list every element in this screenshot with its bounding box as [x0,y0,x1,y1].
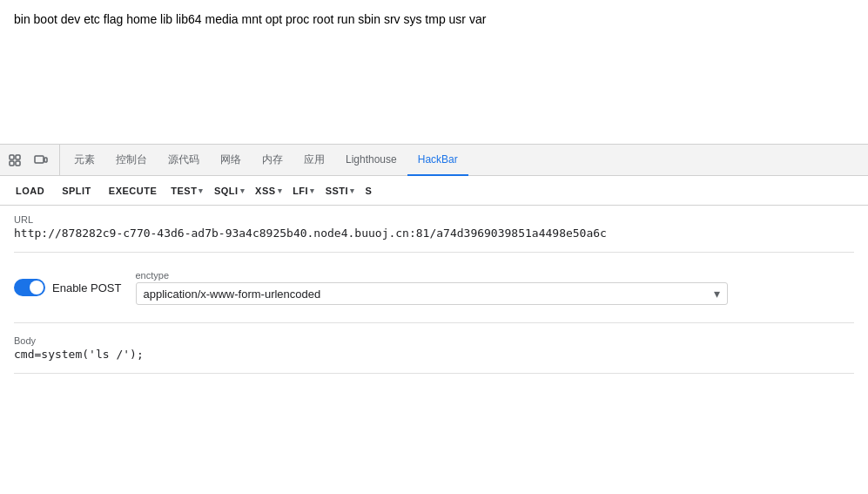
url-label: URL [14,214,854,225]
tab-application[interactable]: 应用 [293,145,335,176]
post-row: Enable POST enctype application/x-www-fo… [14,265,854,310]
tab-sources[interactable]: 源代码 [158,145,210,176]
tab-elements[interactable]: 元素 [64,145,105,176]
hackbar-content: URL http://878282c9-c770-43d6-ad7b-93a4c… [0,206,868,494]
sqli-dropdown-arrow: ▾ [240,186,246,195]
svg-rect-0 [10,155,14,159]
body-label: Body [14,335,854,346]
page-content: bin boot dev etc flag home lib lib64 med… [0,0,868,144]
load-button[interactable]: LOAD [7,182,53,200]
enctype-select[interactable]: application/x-www-form-urlencoded ▾ [136,282,728,305]
sqli-dropdown[interactable]: SQLI ▾ [209,182,250,200]
hackbar-toolbar: LOAD SPLIT EXECUTE TEST ▾ SQLI ▾ XSS ▾ L… [0,176,868,206]
split-button[interactable]: SPLIT [53,182,100,200]
tab-lighthouse[interactable]: Lighthouse [335,145,407,176]
xss-dropdown[interactable]: XSS ▾ [250,182,287,200]
url-divider [14,252,854,253]
enctype-group: enctype application/x-www-form-urlencode… [136,270,855,305]
tab-hackbar[interactable]: HackBar [407,145,468,176]
tab-console[interactable]: 控制台 [105,145,158,176]
lfi-dropdown-arrow: ▾ [310,186,315,195]
execute-button[interactable]: EXECUTE [100,182,165,200]
enable-post-group: Enable POST [14,279,122,296]
enctype-arrow-icon: ▾ [714,287,720,301]
page-output-text: bin boot dev etc flag home lib lib64 med… [14,10,486,29]
enctype-label: enctype [136,270,855,281]
s-dropdown[interactable]: S [360,182,378,200]
post-divider [14,322,854,323]
svg-rect-4 [35,156,44,163]
svg-rect-5 [44,158,47,162]
test-dropdown-arrow: ▾ [198,186,204,195]
body-divider [14,373,854,374]
devtools-panel: 元素 控制台 源代码 网络 内存 应用 Lighthouse HackBar L… [0,144,868,494]
svg-rect-2 [16,155,20,159]
xss-dropdown-arrow: ▾ [278,186,283,195]
device-icon[interactable] [30,149,52,172]
svg-rect-1 [10,161,14,166]
url-group: URL http://878282c9-c770-43d6-ad7b-93a4c… [14,214,854,240]
test-dropdown[interactable]: TEST ▾ [165,182,209,200]
tab-network[interactable]: 网络 [210,145,252,176]
inspect-icon[interactable] [3,149,26,172]
devtools-tab-bar: 元素 控制台 源代码 网络 内存 应用 Lighthouse HackBar [0,145,868,176]
ssti-dropdown[interactable]: SSTI ▾ [320,182,360,200]
body-group: Body cmd=system('ls /'); [14,335,854,361]
enctype-value: application/x-www-form-urlencoded [144,288,714,301]
tab-memory[interactable]: 内存 [252,145,293,176]
enable-post-toggle[interactable] [14,279,45,296]
svg-rect-3 [16,161,20,166]
url-value[interactable]: http://878282c9-c770-43d6-ad7b-93a4c8925… [14,227,854,240]
tab-icon-group [3,145,60,175]
lfi-dropdown[interactable]: LFI ▾ [287,182,320,200]
ssti-dropdown-arrow: ▾ [350,186,355,195]
enable-post-label: Enable POST [52,281,122,294]
body-value[interactable]: cmd=system('ls /'); [14,348,854,361]
